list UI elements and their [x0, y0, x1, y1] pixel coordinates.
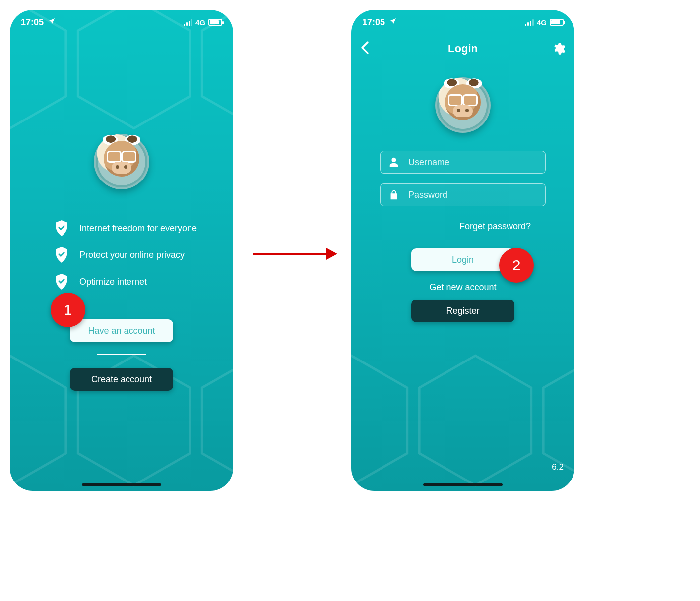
status-bar: 17:05 4G [351, 10, 574, 35]
status-time: 17:05 [362, 17, 385, 28]
forgot-password-label: Forget password? [459, 221, 531, 231]
button-label: Login [452, 255, 474, 265]
have-account-button[interactable]: Have an account [70, 319, 173, 342]
badge-number: 1 [64, 301, 72, 318]
username-input[interactable]: Username [380, 151, 546, 174]
nav-title: Login [351, 42, 574, 55]
nav-bar: Login [351, 35, 574, 62]
location-arrow-icon [48, 17, 56, 28]
status-bar: 17:05 4G [10, 10, 233, 35]
home-indicator [423, 483, 503, 486]
app-logo [435, 77, 491, 133]
battery-icon [550, 19, 564, 26]
location-arrow-icon [389, 17, 397, 28]
battery-icon [208, 19, 222, 26]
step-badge-1: 1 [51, 293, 85, 327]
button-label: Create account [91, 374, 152, 385]
create-account-button[interactable]: Create account [70, 368, 173, 391]
shield-check-icon [55, 274, 68, 290]
settings-button[interactable] [552, 42, 566, 56]
button-label: Register [446, 306, 479, 316]
badge-number: 2 [512, 257, 521, 274]
flow-arrow-icon [253, 248, 337, 260]
divider [97, 354, 146, 355]
shield-check-icon [55, 220, 68, 236]
svg-marker-7 [419, 356, 531, 485]
feature-item: Protect your online privacy [55, 247, 218, 263]
password-placeholder: Password [408, 190, 447, 200]
login-screen: 17:05 4G Login Username [351, 10, 574, 491]
signal-icon [525, 19, 534, 26]
lock-icon [388, 189, 399, 200]
shield-check-icon [55, 247, 68, 263]
feature-text: Protect your online privacy [79, 250, 185, 260]
register-button[interactable]: Register [411, 300, 514, 322]
feature-list: Internet freedom for everyone Protect yo… [25, 220, 218, 290]
password-input[interactable]: Password [380, 183, 546, 206]
welcome-screen: 17:05 4G Internet freedom for everyone P… [10, 10, 233, 491]
version-label: 6.2 [552, 462, 564, 472]
app-logo [94, 134, 149, 189]
username-placeholder: Username [408, 157, 449, 168]
forgot-password-link[interactable]: Forget password? [366, 221, 560, 232]
svg-marker-6 [351, 356, 407, 485]
back-button[interactable] [360, 41, 369, 57]
get-new-account-label: Get new account [366, 282, 560, 293]
signal-icon [184, 19, 192, 26]
feature-text: Internet freedom for everyone [79, 223, 197, 234]
user-icon [388, 157, 399, 168]
status-time: 17:05 [21, 17, 44, 28]
feature-item: Internet freedom for everyone [55, 220, 218, 236]
home-indicator [82, 483, 161, 486]
step-badge-2: 2 [499, 248, 534, 283]
network-label: 4G [195, 18, 205, 27]
feature-text: Optimize internet [79, 277, 147, 287]
feature-item: Optimize internet [55, 274, 218, 290]
button-label: Have an account [88, 326, 155, 336]
network-label: 4G [537, 18, 547, 27]
